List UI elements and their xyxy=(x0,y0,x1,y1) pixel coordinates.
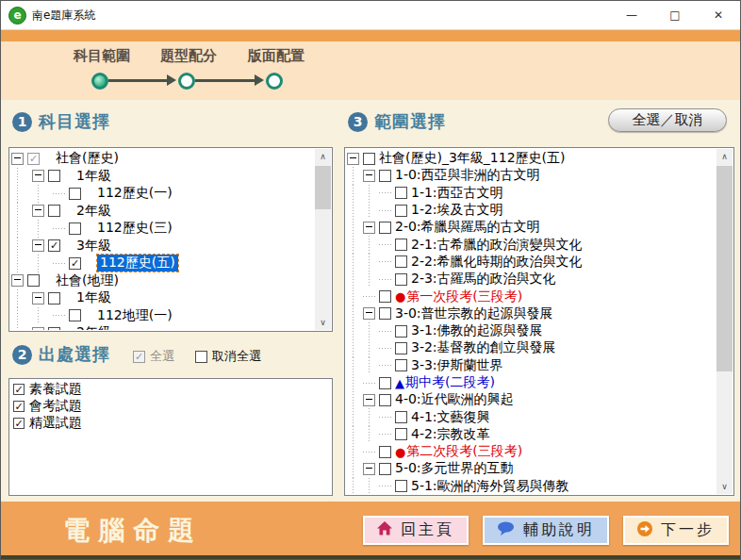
tree-row[interactable]: ●第二次段考(三段考) xyxy=(347,443,716,460)
tree-row[interactable]: 社會(歷史)_3年級_112歷史(五) xyxy=(347,150,716,167)
help-button[interactable]: 輔助說明 xyxy=(483,516,609,545)
next-step-button[interactable]: 下一步 xyxy=(623,516,729,545)
tree-row[interactable]: 112地理(一) xyxy=(11,307,314,325)
tree-row[interactable]: 2-2:希臘化時期的政治與文化 xyxy=(347,254,716,271)
vertical-scrollbar[interactable]: ∧ ∨ xyxy=(716,149,733,494)
tree-checkbox[interactable] xyxy=(379,170,391,182)
tree-checkbox[interactable] xyxy=(69,309,81,321)
collapse-icon[interactable] xyxy=(32,292,44,305)
tree-row[interactable]: 1-1:西亞古文明 xyxy=(347,185,716,202)
tree-checkbox[interactable] xyxy=(395,428,407,440)
list-item[interactable]: ✓精選試題 xyxy=(10,415,331,432)
tree-checkbox[interactable] xyxy=(395,480,407,492)
collapse-icon[interactable] xyxy=(11,153,24,165)
tree-row[interactable]: 3-0:普世宗教的起源與發展 xyxy=(347,305,716,322)
home-button[interactable]: 回主頁 xyxy=(363,516,469,545)
scroll-thumb[interactable] xyxy=(716,166,733,371)
tree-checkbox[interactable] xyxy=(379,463,391,475)
tree-label[interactable]: 3-3:伊斯蘭世界 xyxy=(411,357,503,374)
tree-checkbox[interactable] xyxy=(379,446,391,458)
list-item[interactable]: ✓會考試題 xyxy=(10,398,331,415)
tree-row[interactable]: ✓112歷史(五) xyxy=(11,255,314,272)
tree-checkbox[interactable] xyxy=(395,359,407,371)
tree-checkbox[interactable] xyxy=(395,342,407,354)
vertical-scrollbar[interactable]: ∧ ∨ xyxy=(315,149,331,330)
tree-label[interactable]: 4-2:宗教改革 xyxy=(411,426,490,443)
collapse-icon[interactable] xyxy=(32,170,44,182)
tree-label[interactable]: 4-0:近代歐洲的興起 xyxy=(395,391,514,408)
tree-checkbox[interactable] xyxy=(379,290,391,303)
deselect-all-option[interactable]: 取消全選 xyxy=(195,348,261,365)
tree-row[interactable]: 2-3:古羅馬的政治與文化 xyxy=(347,271,716,288)
tree-checkbox[interactable] xyxy=(379,394,391,406)
tree-label[interactable]: 1年級 xyxy=(76,168,111,185)
tree-checkbox[interactable] xyxy=(27,274,40,287)
tree-checkbox[interactable] xyxy=(395,239,407,251)
tree-row[interactable]: 3-2:基督教的創立與發展 xyxy=(347,339,716,356)
tree-checkbox[interactable] xyxy=(69,222,81,235)
select-all-checkbox[interactable]: ✓ xyxy=(133,351,145,363)
tree-label[interactable]: 2-0:希臘與羅馬的古文明 xyxy=(395,219,540,236)
tree-label[interactable]: 1-0:西亞與非洲的古文明 xyxy=(395,167,540,184)
collapse-icon[interactable] xyxy=(363,307,375,320)
tree-checkbox[interactable] xyxy=(363,153,375,165)
tree-label[interactable]: 5-1:歐洲的海外貿易與傳教 xyxy=(411,478,569,494)
tree-label[interactable]: 2-2:希臘化時期的政治與文化 xyxy=(411,254,583,271)
tree-checkbox[interactable] xyxy=(395,273,407,286)
collapse-icon[interactable] xyxy=(347,153,359,165)
tree-row[interactable]: ✓社會(歷史) xyxy=(11,150,314,168)
collapse-icon[interactable] xyxy=(363,394,375,406)
select-all-toggle-button[interactable]: 全選／取消 xyxy=(608,108,727,132)
scroll-down-icon[interactable]: ∨ xyxy=(315,315,331,330)
tree-row[interactable]: 5-0:多元世界的互動 xyxy=(347,460,716,477)
tree-row[interactable]: 3-3:伊斯蘭世界 xyxy=(347,357,716,374)
tree-row[interactable]: ▲期中考(二段考) xyxy=(347,374,716,391)
tree-label[interactable]: 3-1:佛教的起源與發展 xyxy=(411,322,543,339)
tree-label[interactable]: 2-1:古希臘的政治演變與文化 xyxy=(411,237,583,254)
minimize-button[interactable]: — xyxy=(610,1,653,29)
select-all-option[interactable]: ✓ 全選 xyxy=(133,348,174,365)
tree-label[interactable]: 5-0:多元世界的互動 xyxy=(395,460,514,477)
tree-label[interactable]: 1-2:埃及古文明 xyxy=(411,202,503,219)
tree-label[interactable]: 1-1:西亞古文明 xyxy=(411,185,503,202)
tree-checkbox[interactable]: ✓ xyxy=(27,153,40,165)
collapse-icon[interactable] xyxy=(363,222,375,234)
tree-checkbox[interactable] xyxy=(395,187,407,199)
tree-label[interactable]: 2年級 xyxy=(76,203,111,220)
tree-checkbox[interactable] xyxy=(395,411,407,423)
collapse-icon[interactable] xyxy=(363,170,375,182)
tree-checkbox[interactable] xyxy=(48,292,60,305)
tree-label[interactable]: 2年級 xyxy=(76,324,111,330)
tree-row[interactable]: 1-2:埃及古文明 xyxy=(347,202,716,219)
tree-label[interactable]: 112歷史(三) xyxy=(97,220,173,237)
tree-checkbox[interactable] xyxy=(379,307,391,320)
tree-checkbox[interactable] xyxy=(48,170,60,182)
tree-label[interactable]: 第二次段考(三段考) xyxy=(406,443,522,460)
scroll-up-icon[interactable]: ∧ xyxy=(315,149,331,164)
tree-label[interactable]: 第一次段考(三段考) xyxy=(406,288,522,305)
tree-label[interactable]: 社會(地理) xyxy=(56,272,119,289)
collapse-icon[interactable] xyxy=(32,205,44,217)
tree-checkbox[interactable] xyxy=(69,188,81,200)
tree-label[interactable]: 社會(歷史)_3年級_112歷史(五) xyxy=(379,150,565,167)
tree-row[interactable]: 5-1:歐洲的海外貿易與傳教 xyxy=(347,478,716,494)
collapse-icon[interactable] xyxy=(32,239,44,252)
tree-checkbox[interactable]: ✓ xyxy=(48,239,60,252)
tree-row[interactable]: 1年級 xyxy=(11,289,314,307)
scroll-up-icon[interactable]: ∧ xyxy=(716,149,733,164)
tree-checkbox[interactable] xyxy=(395,255,407,268)
tree-row[interactable]: 4-2:宗教改革 xyxy=(347,426,716,443)
tree-row[interactable]: 4-0:近代歐洲的興起 xyxy=(347,391,716,408)
tree-row[interactable]: 1-0:西亞與非洲的古文明 xyxy=(347,167,716,184)
tree-row[interactable]: 112歷史(三) xyxy=(11,220,314,238)
tree-label[interactable]: 期中考(二段考) xyxy=(405,374,495,391)
maximize-button[interactable]: □ xyxy=(653,1,697,29)
tree-checkbox[interactable]: ✓ xyxy=(69,257,81,270)
tree-row[interactable]: 2年級 xyxy=(11,203,314,221)
tree-row[interactable]: 3-1:佛教的起源與發展 xyxy=(347,322,716,339)
tree-checkbox[interactable] xyxy=(395,325,407,338)
tree-label[interactable]: 1年級 xyxy=(76,289,111,306)
tree-label[interactable]: 3-2:基督教的創立與發展 xyxy=(411,339,556,356)
tree-checkbox[interactable] xyxy=(48,205,60,217)
tree-label[interactable]: 社會(歷史) xyxy=(56,150,119,167)
